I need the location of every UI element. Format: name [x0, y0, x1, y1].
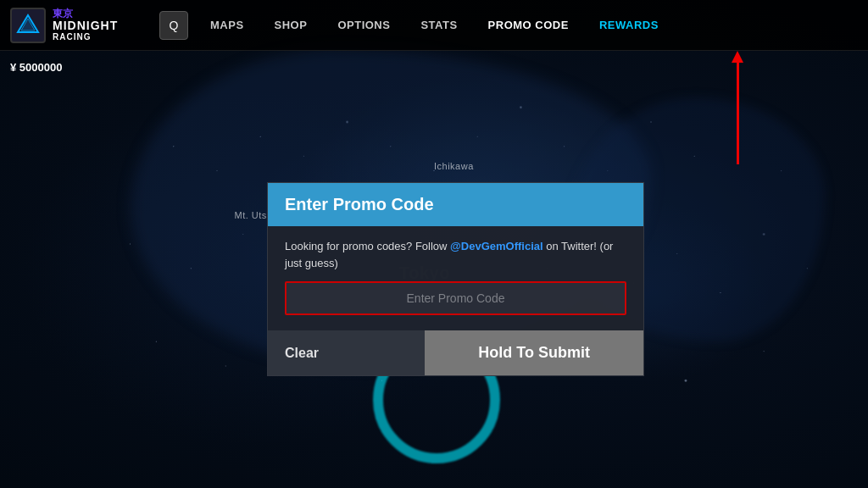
logo-icon: [10, 8, 46, 43]
game-title-line2: RACING: [53, 32, 118, 42]
nav-item-stats[interactable]: STATS: [405, 0, 472, 51]
logo-area: 東京 MIDNIGHT RACING: [0, 8, 153, 43]
navbar: 東京 MIDNIGHT RACING Q MAPS SHOP OPTIONS S…: [0, 0, 868, 51]
nav-items: MAPS SHOP OPTIONS STATS PROMO CODE REWAR…: [195, 0, 868, 51]
modal-title: Enter Promo Code: [285, 195, 434, 214]
logo-text-block: 東京 MIDNIGHT RACING: [53, 8, 118, 42]
currency-display: ¥ 5000000: [10, 61, 62, 74]
modal-body: Looking for promo codes? Follow @DevGemO…: [268, 226, 643, 330]
promo-code-arrow: [732, 51, 743, 164]
tokyo-label: 東京: [53, 8, 118, 19]
nav-item-options[interactable]: OPTIONS: [322, 0, 405, 51]
game-title-line1: MIDNIGHT: [53, 19, 118, 33]
twitter-handle[interactable]: @DevGemOfficial: [450, 240, 543, 252]
modal-description: Looking for promo codes? Follow @DevGemO…: [285, 238, 626, 271]
search-button[interactable]: Q: [159, 11, 188, 40]
modal-header: Enter Promo Code: [268, 183, 643, 226]
nav-item-shop[interactable]: SHOP: [259, 0, 323, 51]
search-icon: Q: [170, 19, 179, 32]
promo-input-wrapper: [285, 281, 626, 315]
description-text-1: Looking for promo codes? Follow: [285, 240, 450, 252]
nav-item-promo-code[interactable]: PROMO CODE: [473, 0, 584, 51]
promo-code-modal: Enter Promo Code Looking for promo codes…: [267, 182, 644, 376]
game-logo-svg: [16, 14, 40, 37]
clear-button[interactable]: Clear: [268, 330, 425, 375]
arrow-head: [732, 51, 743, 63]
modal-footer: Clear Hold To Submit: [268, 330, 643, 375]
nav-item-maps[interactable]: MAPS: [195, 0, 259, 51]
hold-to-submit-button[interactable]: Hold To Submit: [425, 330, 643, 375]
map-label-ichikawa: Ichikawa: [434, 161, 474, 171]
arrow-line: [737, 63, 739, 164]
promo-code-input[interactable]: [287, 283, 625, 313]
nav-item-rewards[interactable]: REWARDS: [584, 0, 674, 51]
